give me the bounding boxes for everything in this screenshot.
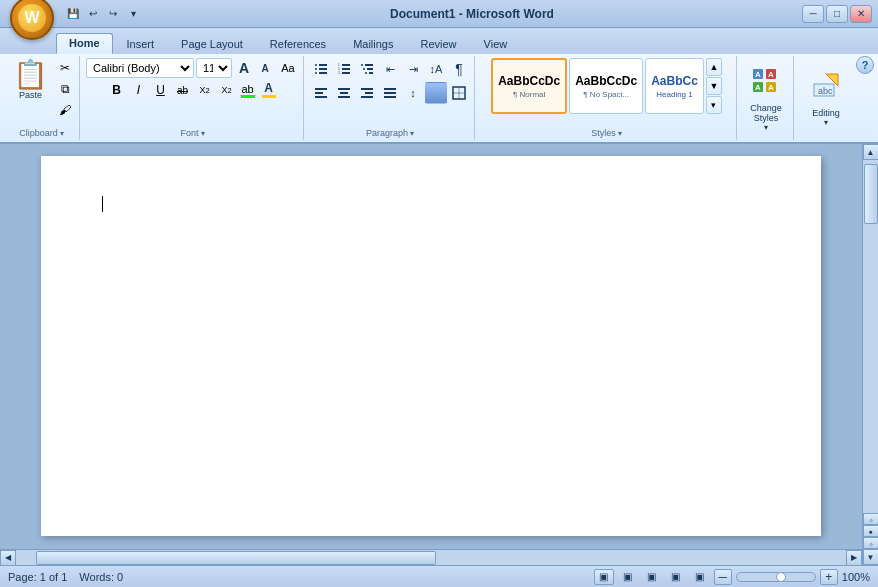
hscroll-right-button[interactable]: ▶: [846, 550, 862, 566]
font-color-button[interactable]: A: [259, 80, 279, 100]
styles-scroll-down[interactable]: ▼: [706, 77, 722, 95]
editing-section: abc Editing ▾: [796, 56, 856, 140]
svg-rect-21: [338, 88, 350, 90]
style-nospacing[interactable]: AaBbCcDc ¶ No Spaci...: [569, 58, 643, 114]
view-fullscreen-button[interactable]: ▣: [618, 569, 638, 585]
view-print-layout-button[interactable]: ▣: [594, 569, 614, 585]
svg-rect-3: [319, 68, 327, 70]
tab-mailings[interactable]: Mailings: [340, 34, 406, 54]
hscroll-left-button[interactable]: ◀: [0, 550, 16, 566]
ribbon-tabs: Home Insert Page Layout References Maili…: [0, 28, 878, 54]
borders-button[interactable]: [448, 82, 470, 104]
ribbon: Home Insert Page Layout References Maili…: [0, 28, 878, 144]
decrease-indent-button[interactable]: ⇤: [379, 58, 401, 80]
save-button[interactable]: 💾: [64, 6, 82, 22]
vscroll-track[interactable]: [863, 160, 879, 513]
show-paragraph-button[interactable]: ¶: [448, 58, 470, 80]
bold-button[interactable]: B: [107, 80, 127, 100]
increase-indent-button[interactable]: ⇥: [402, 58, 424, 80]
zoom-slider-thumb[interactable]: [776, 572, 786, 582]
help-button[interactable]: ?: [856, 56, 874, 74]
tab-view[interactable]: View: [471, 34, 521, 54]
hscroll-thumb[interactable]: [36, 551, 436, 565]
copy-button[interactable]: ⧉: [55, 79, 75, 99]
justify-button[interactable]: [379, 82, 401, 104]
tab-references[interactable]: References: [257, 34, 339, 54]
multilevel-list-button[interactable]: [356, 58, 378, 80]
font-size-select[interactable]: 11: [196, 58, 232, 78]
zoom-out-button[interactable]: ─: [714, 569, 732, 585]
tab-insert[interactable]: Insert: [114, 34, 168, 54]
quick-access-more[interactable]: ▾: [124, 6, 142, 22]
vscroll-next-page[interactable]: ⬦: [863, 537, 879, 549]
format-painter-button[interactable]: 🖌: [55, 100, 75, 120]
redo-button[interactable]: ↪: [104, 6, 122, 22]
clear-format-button[interactable]: Aa: [277, 58, 299, 78]
maximize-button[interactable]: □: [826, 5, 848, 23]
styles-expand[interactable]: ▾: [618, 129, 622, 138]
tab-page-layout[interactable]: Page Layout: [168, 34, 256, 54]
page-indicator: Page: 1 of 1: [8, 571, 67, 583]
italic-button[interactable]: I: [129, 80, 149, 100]
undo-button[interactable]: ↩: [84, 6, 102, 22]
numbering-button[interactable]: 1.2.3.: [333, 58, 355, 80]
line-spacing-button[interactable]: ↕: [402, 82, 424, 104]
vscroll-thumb[interactable]: [864, 164, 878, 224]
font-color-bar: [262, 95, 276, 98]
tab-review[interactable]: Review: [407, 34, 469, 54]
svg-text:A: A: [755, 83, 761, 92]
minimize-button[interactable]: ─: [802, 5, 824, 23]
document-area[interactable]: [0, 144, 862, 549]
style-heading1[interactable]: AaBbCc Heading 1: [645, 58, 704, 114]
svg-rect-28: [384, 92, 396, 94]
svg-text:3.: 3.: [338, 71, 341, 75]
font-size-controls: A A: [234, 58, 275, 78]
align-center-button[interactable]: [333, 82, 355, 104]
view-outline-button[interactable]: ▣: [666, 569, 686, 585]
font-name-select[interactable]: Calibri (Body): [86, 58, 194, 78]
underline-button[interactable]: U: [151, 80, 171, 100]
highlight-button[interactable]: ab: [239, 82, 257, 99]
shrink-font-button[interactable]: A: [255, 58, 275, 78]
align-right-button[interactable]: [356, 82, 378, 104]
view-draft-button[interactable]: ▣: [690, 569, 710, 585]
font-expand[interactable]: ▾: [201, 129, 205, 138]
tab-home[interactable]: Home: [56, 33, 113, 54]
svg-rect-17: [369, 72, 373, 74]
vscroll-up-button[interactable]: ▲: [863, 144, 879, 160]
styles-scroll-more[interactable]: ▾: [706, 96, 722, 114]
zoom-in-button[interactable]: +: [820, 569, 838, 585]
style-nospacing-label: ¶ No Spaci...: [583, 90, 629, 99]
svg-text:A: A: [768, 70, 774, 79]
para-tools: 1.2.3. ⇤ ⇥ ↕A ¶: [310, 58, 470, 106]
cut-button[interactable]: ✂: [55, 58, 75, 78]
paragraph-expand[interactable]: ▾: [410, 129, 414, 138]
para-row2: ↕: [310, 82, 470, 104]
align-left-button[interactable]: [310, 82, 332, 104]
bullets-button[interactable]: [310, 58, 332, 80]
superscript-button[interactable]: X2: [217, 80, 237, 100]
hscroll-track[interactable]: [16, 550, 846, 566]
sort-button[interactable]: ↕A: [425, 58, 447, 80]
title-bar: W 💾 ↩ ↪ ▾ Document1 - Microsoft Word ─ □…: [0, 0, 878, 28]
zoom-slider[interactable]: [736, 572, 816, 582]
font-row2: B I U ab X2 X2 ab A: [107, 80, 279, 100]
change-styles-button[interactable]: A A A A Change Styles ▾: [745, 62, 787, 135]
strikethrough-button[interactable]: ab: [173, 80, 193, 100]
document-page[interactable]: [41, 156, 821, 536]
vscroll-prev-page[interactable]: ⬦: [863, 513, 879, 525]
style-normal[interactable]: AaBbCcDc ¶ Normal: [491, 58, 567, 114]
subscript-button[interactable]: X2: [195, 80, 215, 100]
clipboard-expand[interactable]: ▾: [60, 129, 64, 138]
close-button[interactable]: ✕: [850, 5, 872, 23]
editing-button[interactable]: abc Editing ▾: [805, 67, 847, 130]
grow-font-button[interactable]: A: [234, 58, 254, 78]
vscroll-down-button[interactable]: ▼: [863, 549, 879, 565]
office-button[interactable]: W: [10, 0, 54, 40]
font-section: Calibri (Body) 11 A A Aa B I U ab: [82, 56, 304, 140]
vscroll-select-browse[interactable]: ●: [863, 525, 879, 537]
styles-scroll-up[interactable]: ▲: [706, 58, 722, 76]
shading-button[interactable]: [425, 82, 447, 104]
paste-button[interactable]: 📋 Paste: [8, 58, 53, 103]
view-web-layout-button[interactable]: ▣: [642, 569, 662, 585]
